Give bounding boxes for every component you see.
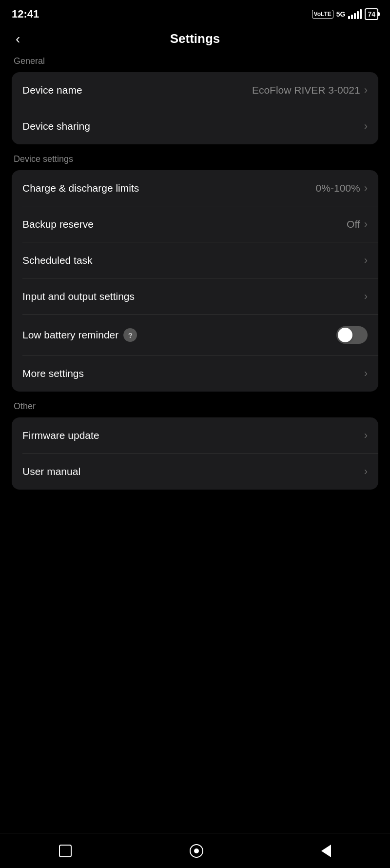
chevron-icon: › xyxy=(364,429,368,442)
chevron-icon: › xyxy=(364,182,368,195)
other-section: Other Firmware update › User manual › xyxy=(0,401,390,499)
scheduled-task-label: Scheduled task xyxy=(22,255,93,266)
input-output-settings-row[interactable]: Input and output settings › xyxy=(12,278,378,315)
chevron-icon: › xyxy=(364,218,368,231)
scheduled-task-row[interactable]: Scheduled task › xyxy=(12,242,378,278)
battery-icon: 74 xyxy=(365,8,378,20)
general-card: Device name EcoFlow RIVER 3-0021 › Devic… xyxy=(12,72,378,144)
triangle-icon xyxy=(321,845,331,857)
chevron-icon: › xyxy=(364,254,368,267)
help-icon[interactable]: ? xyxy=(123,328,137,342)
user-manual-label: User manual xyxy=(22,466,80,477)
backup-reserve-value: Off xyxy=(347,218,360,230)
general-section: General Device name EcoFlow RIVER 3-0021… xyxy=(0,56,390,154)
firmware-update-label: Firmware update xyxy=(22,430,99,441)
backup-reserve-label: Backup reserve xyxy=(22,218,94,230)
charge-discharge-limits-row[interactable]: Charge & discharge limits 0%-100% › xyxy=(12,170,378,206)
device-settings-card: Charge & discharge limits 0%-100% › Back… xyxy=(12,170,378,392)
other-card: Firmware update › User manual › xyxy=(12,417,378,490)
more-settings-label: More settings xyxy=(22,368,84,379)
network-5g-icon: 5G xyxy=(336,10,346,18)
circle-icon xyxy=(190,844,203,858)
firmware-update-row[interactable]: Firmware update › xyxy=(12,417,378,454)
user-manual-row[interactable]: User manual › xyxy=(12,454,378,490)
volte-icon: VoLTE xyxy=(312,10,333,19)
page-header: ‹ Settings xyxy=(0,25,390,56)
square-icon xyxy=(59,845,72,857)
device-settings-section-label: Device settings xyxy=(12,154,378,164)
general-section-label: General xyxy=(12,56,378,66)
other-section-label: Other xyxy=(12,401,378,412)
nav-back-button[interactable] xyxy=(312,840,341,862)
chevron-icon: › xyxy=(364,84,368,97)
nav-recent-apps-button[interactable] xyxy=(49,840,81,862)
backup-reserve-row[interactable]: Backup reserve Off › xyxy=(12,206,378,242)
chevron-icon: › xyxy=(364,290,368,303)
chevron-icon: › xyxy=(364,120,368,133)
signal-bars-icon xyxy=(348,9,362,19)
low-battery-reminder-toggle[interactable] xyxy=(336,326,368,344)
chevron-icon: › xyxy=(364,367,368,380)
device-name-value: EcoFlow RIVER 3-0021 xyxy=(252,84,360,96)
device-name-row[interactable]: Device name EcoFlow RIVER 3-0021 › xyxy=(12,72,378,108)
low-battery-reminder-row[interactable]: Low battery reminder ? xyxy=(12,315,378,355)
device-sharing-label: Device sharing xyxy=(22,120,90,132)
chevron-icon: › xyxy=(364,465,368,478)
back-button[interactable]: ‹ xyxy=(12,29,24,49)
more-settings-row[interactable]: More settings › xyxy=(12,355,378,392)
status-bar: 12:41 VoLTE 5G 74 xyxy=(0,0,390,25)
nav-home-button[interactable] xyxy=(180,839,213,863)
bottom-navigation xyxy=(0,833,390,868)
charge-discharge-limits-label: Charge & discharge limits xyxy=(22,182,139,194)
input-output-settings-label: Input and output settings xyxy=(22,291,135,302)
status-icons: VoLTE 5G 74 xyxy=(312,8,378,20)
device-sharing-row[interactable]: Device sharing › xyxy=(12,108,378,144)
charge-discharge-limits-value: 0%-100% xyxy=(316,182,360,194)
status-time: 12:41 xyxy=(12,8,39,20)
device-name-label: Device name xyxy=(22,84,82,96)
low-battery-reminder-label: Low battery reminder xyxy=(22,329,118,341)
toggle-knob xyxy=(338,328,352,342)
device-settings-section: Device settings Charge & discharge limit… xyxy=(0,154,390,401)
page-title: Settings xyxy=(170,31,220,46)
